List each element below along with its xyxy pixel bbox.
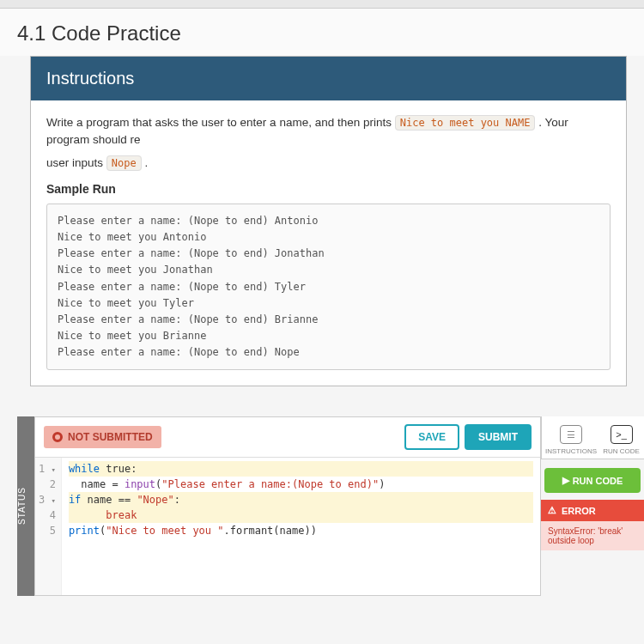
code-editor[interactable]: 1 ▾ 2 3 ▾ 4 5 while true: name = input("… <box>35 458 540 595</box>
terminal-icon: >_ <box>611 425 633 444</box>
instructions-text: Write a program that asks the user to en… <box>46 116 395 129</box>
status-rail: STATUS <box>17 416 34 596</box>
status-dot-icon <box>52 432 63 442</box>
submit-button[interactable]: SUBMIT <box>465 424 532 450</box>
browser-chrome-sliver <box>0 0 644 9</box>
line-gutter: 1 ▾ 2 3 ▾ 4 5 <box>35 458 62 595</box>
page-title: 4.1 Code Practice <box>0 9 644 56</box>
play-icon: ▶ <box>562 475 569 486</box>
inline-code-nope: Nope <box>106 155 142 171</box>
instructions-text-2a: user inputs <box>46 156 106 169</box>
instructions-card: Instructions Write a program that asks t… <box>30 56 627 386</box>
work-area: STATUS NOT SUBMITTED SAVE SUBMIT 1 ▾ 2 3… <box>17 416 644 596</box>
instructions-header: Instructions <box>31 57 626 100</box>
tab-run-code[interactable]: >_ RUN CODE <box>602 425 641 459</box>
fold-icon[interactable]: ▾ <box>51 496 55 505</box>
right-tabs: ☰ INSTRUCTIONS >_ RUN CODE <box>541 416 644 459</box>
save-button[interactable]: SAVE <box>404 424 459 450</box>
instructions-body: Write a program that asks the user to en… <box>31 100 626 386</box>
error-banner: ⚠ ERROR <box>541 500 644 521</box>
editor-toolbar: NOT SUBMITTED SAVE SUBMIT <box>35 417 540 458</box>
code-body[interactable]: while true: name = input("Please enter a… <box>62 458 540 595</box>
sample-output-box: Please enter a name: (Nope to end) Anton… <box>46 204 611 371</box>
instructions-text-2b: . <box>144 156 148 169</box>
run-code-button[interactable]: ▶ RUN CODE <box>544 468 641 493</box>
fold-icon[interactable]: ▾ <box>51 465 55 474</box>
editor-column: NOT SUBMITTED SAVE SUBMIT 1 ▾ 2 3 ▾ 4 5 … <box>34 416 541 596</box>
sample-run-title: Sample Run <box>46 180 611 198</box>
error-detail: SyntaxError: 'break' outside loop <box>541 521 644 550</box>
status-badge: NOT SUBMITTED <box>44 426 161 448</box>
inline-code-example: Nice to meet you NAME <box>395 115 536 131</box>
instructions-icon: ☰ <box>560 425 582 444</box>
warning-icon: ⚠ <box>548 505 556 516</box>
status-label: NOT SUBMITTED <box>68 431 153 443</box>
right-panel: ☰ INSTRUCTIONS >_ RUN CODE ▶ RUN CODE ⚠ … <box>541 416 644 596</box>
tab-instructions[interactable]: ☰ INSTRUCTIONS <box>545 425 597 459</box>
